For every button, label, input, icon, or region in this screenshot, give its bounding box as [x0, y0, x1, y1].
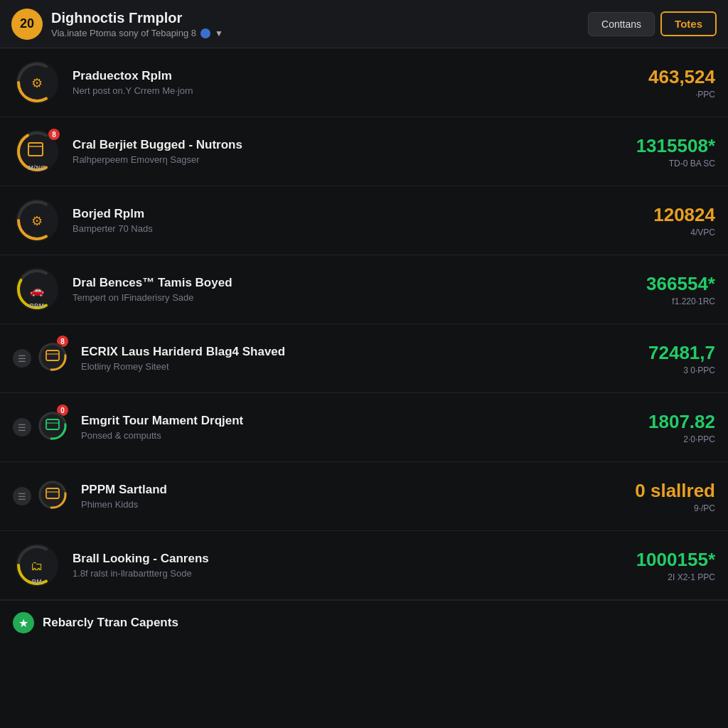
list-item[interactable]: ⚙ Praduectox Rplm Nert post on.Y Crrem M… — [0, 48, 728, 117]
item-value: 1315508* — [616, 135, 715, 157]
badge: 8 — [48, 129, 60, 140]
item-desc: Ponsed & computts — [81, 430, 607, 441]
items-list: ⚙ Praduectox Rplm Nert post on.Y Crrem M… — [0, 48, 728, 600]
item-sub: 3 0·PPC — [616, 365, 715, 375]
item-desc: Tempert on IFinaderisry Sade — [73, 292, 607, 303]
item-content: Emgrit Tour Mament Drqjent Ponsed & comp… — [81, 414, 607, 441]
bottom-icon: ★ — [13, 612, 34, 633]
svg-text:🚗: 🚗 — [30, 284, 44, 297]
list-item[interactable]: 🗂 PM Brall Looking - Canrens 1.8f ralst … — [0, 531, 728, 600]
list-item[interactable]: 0 ☰ Emgrit Tour Mam — [0, 393, 728, 462]
item-value: 0 slallred — [616, 480, 715, 502]
item-icon: 8 ☰ — [13, 334, 70, 382]
app-subtitle: Via.inate Ptoma sony of Tebaping 8 ▼ — [51, 28, 588, 38]
avatar: 20 — [11, 9, 43, 40]
item-icon: 🗂 PM — [13, 541, 61, 589]
svg-text:⚙: ⚙ — [31, 214, 43, 228]
item-content: PPPM Sartland Phimen Kidds — [81, 483, 607, 510]
item-content: Praduectox Rplm Nert post on.Y Crrem Me·… — [73, 69, 607, 96]
item-title: Dral Bences™ Tamis Boyed — [73, 276, 607, 290]
item-value-wrap: 72481,7 3 0·PPC — [616, 342, 715, 375]
header-actions: Conttans Totes — [588, 11, 717, 36]
item-title: PPPM Sartland — [81, 483, 607, 497]
item-content: ECRIX Laus Hariderd Blag4 Shaved Elotlin… — [81, 345, 607, 372]
item-content: Brall Looking - Canrens 1.8f ralst in-ll… — [73, 552, 607, 579]
app-header: 20 Dighnoctis Γrmplor Via.inate Ptoma so… — [0, 0, 728, 48]
item-title: Brall Looking - Canrens — [73, 552, 607, 566]
item-sub: ·PPC — [616, 90, 715, 100]
svg-point-9 — [38, 343, 67, 371]
item-desc: Phimen Kidds — [81, 499, 607, 510]
svg-text:⚙: ⚙ — [31, 76, 43, 90]
item-sub: 4/VPC — [616, 228, 715, 237]
item-desc: Elotliny Romey Siteet — [81, 361, 607, 372]
item-sub: 2·0·PPC — [616, 434, 715, 444]
item-content: Dral Bences™ Tamis Boyed Tempert on IFin… — [73, 276, 607, 303]
contents-button[interactable]: Conttans — [588, 12, 655, 36]
app-title: Dighnoctis Γrmplor — [51, 9, 588, 26]
item-title: Cral Berjiet Bugged - Nutrons — [73, 138, 607, 152]
item-sub: TD-0 BA SC — [616, 159, 715, 168]
item-value-wrap: 1807.82 2·0·PPC — [616, 411, 715, 444]
item-content: Cral Berjiet Bugged - Nutrons Ralhperpee… — [73, 138, 607, 165]
item-icon: ⚙ — [13, 58, 61, 107]
item-sub: f1.220·1RC — [616, 296, 715, 306]
item-icon: 8 M/NC — [13, 127, 61, 176]
item-title: Praduectox Rplm — [73, 69, 607, 83]
list-item[interactable]: 8 M/NC Cral Berjiet Bugged - Nutrons Ral… — [0, 117, 728, 186]
item-desc: Bamperter 70 Nads — [73, 223, 607, 234]
item-icon: 🚗 PPM — [13, 265, 61, 314]
item-icon: ⚙ — [13, 196, 61, 245]
svg-point-19 — [38, 481, 67, 509]
svg-text:🗂: 🗂 — [31, 559, 43, 573]
item-sub: 2I X2-1 PPC — [616, 572, 715, 582]
item-value: 72481,7 — [616, 342, 715, 364]
item-value-wrap: 1000155* 2I X2-1 PPC — [616, 549, 715, 582]
item-value: 1000155* — [616, 549, 715, 571]
item-value-wrap: 366554* f1.220·1RC — [616, 273, 715, 306]
item-value-wrap: 120824 4/VPC — [616, 204, 715, 237]
list-item[interactable]: ☰ PPPM Sartland Phimen Kidds — [0, 462, 728, 531]
item-value-wrap: 1315508* TD-0 BA SC — [616, 135, 715, 168]
item-icon: 0 ☰ — [13, 403, 70, 451]
item-icon: ☰ — [13, 472, 70, 520]
item-value: 120824 — [616, 204, 715, 226]
item-value: 1807.82 — [616, 411, 715, 433]
gauge-label: M/NC — [13, 164, 61, 171]
item-value-wrap: 0 slallred 9·/PC — [616, 480, 715, 513]
list-item[interactable]: ⚙ Borjed Rplm Bamperter 70 Nads 120824 4… — [0, 186, 728, 255]
item-content: Borjed Rplm Bamperter 70 Nads — [73, 207, 607, 234]
item-value: 366554* — [616, 273, 715, 295]
gauge-label: PPM — [13, 302, 61, 309]
item-value-wrap: 463,524 ·PPC — [616, 66, 715, 100]
item-desc: 1.8f ralst in-llrabarttterg Sode — [73, 568, 607, 579]
item-title: Emgrit Tour Mament Drqjent — [81, 414, 607, 428]
item-title: ECRIX Laus Hariderd Blag4 Shaved — [81, 345, 607, 359]
gauge-label: PM — [13, 578, 61, 585]
header-titles: Dighnoctis Γrmplor Via.inate Ptoma sony … — [51, 9, 588, 38]
item-title: Borjed Rplm — [73, 207, 607, 221]
status-dot — [200, 28, 210, 38]
item-value: 463,524 — [616, 66, 715, 88]
svg-point-14 — [38, 412, 67, 440]
item-sub: 9·/PC — [616, 503, 715, 513]
list-item[interactable]: 🚗 PPM Dral Bences™ Tamis Boyed Tempert o… — [0, 255, 728, 324]
item-desc: Ralhperpeem Emoverη Sagser — [73, 154, 607, 165]
bottom-bar[interactable]: ★ Rebarcly Ttran Capents — [0, 600, 728, 645]
bottom-label: Rebarcly Ttran Capents — [43, 616, 178, 630]
item-desc: Nert post on.Y Crrem Me·jorn — [73, 85, 607, 96]
list-item[interactable]: 8 ☰ ECRIX Laus Hari — [0, 324, 728, 393]
chevron-down-icon[interactable]: ▼ — [215, 28, 223, 38]
totes-button[interactable]: Totes — [660, 11, 717, 36]
